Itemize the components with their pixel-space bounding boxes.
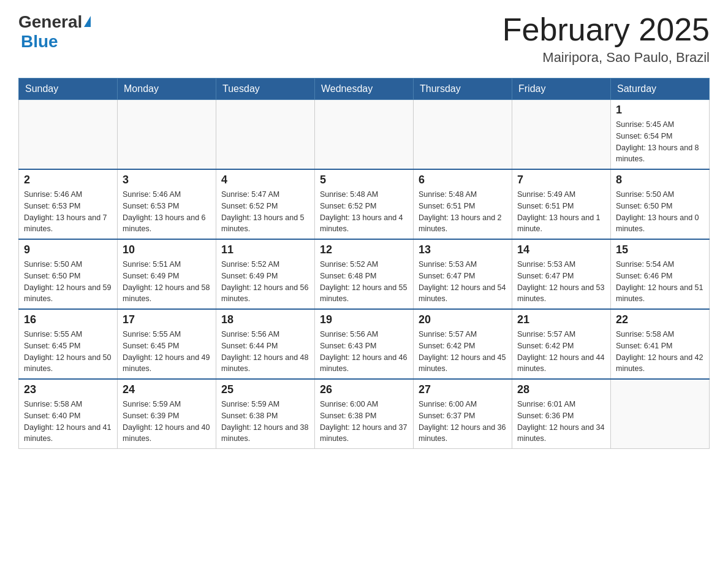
calendar-cell: 11Sunrise: 5:52 AMSunset: 6:49 PMDayligh… — [216, 239, 315, 309]
day-number: 16 — [24, 313, 112, 326]
day-number: 17 — [123, 313, 211, 326]
day-of-week-header: Thursday — [414, 79, 512, 100]
day-of-week-header: Saturday — [611, 79, 710, 100]
day-info: Sunrise: 5:58 AMSunset: 6:41 PMDaylight:… — [616, 329, 704, 375]
day-number: 5 — [320, 174, 408, 186]
calendar-cell: 15Sunrise: 5:54 AMSunset: 6:46 PMDayligh… — [611, 239, 710, 309]
day-info: Sunrise: 5:56 AMSunset: 6:44 PMDaylight:… — [221, 329, 309, 375]
day-info: Sunrise: 5:50 AMSunset: 6:50 PMDaylight:… — [24, 259, 112, 305]
page-header: General Blue February 2025 Mairipora, Sa… — [18, 12, 710, 66]
logo-blue-text: Blue — [21, 32, 58, 52]
day-number: 18 — [221, 313, 309, 326]
day-number: 20 — [419, 313, 507, 326]
day-number: 14 — [517, 243, 605, 256]
day-info: Sunrise: 5:51 AMSunset: 6:49 PMDaylight:… — [123, 259, 211, 305]
calendar-cell: 9Sunrise: 5:50 AMSunset: 6:50 PMDaylight… — [19, 239, 118, 309]
day-info: Sunrise: 5:59 AMSunset: 6:38 PMDaylight:… — [221, 399, 309, 445]
calendar-week-row: 1Sunrise: 5:45 AMSunset: 6:54 PMDaylight… — [19, 100, 710, 170]
month-title: February 2025 — [502, 12, 710, 47]
calendar-cell — [512, 100, 611, 170]
day-number: 11 — [221, 243, 309, 256]
day-info: Sunrise: 5:46 AMSunset: 6:53 PMDaylight:… — [24, 189, 112, 235]
day-info: Sunrise: 5:49 AMSunset: 6:51 PMDaylight:… — [517, 189, 605, 235]
calendar-cell: 24Sunrise: 5:59 AMSunset: 6:39 PMDayligh… — [118, 379, 216, 449]
day-of-week-header: Friday — [512, 79, 611, 100]
calendar-cell: 13Sunrise: 5:53 AMSunset: 6:47 PMDayligh… — [414, 239, 512, 309]
calendar-week-row: 23Sunrise: 5:58 AMSunset: 6:40 PMDayligh… — [19, 379, 710, 449]
day-number: 15 — [616, 243, 704, 256]
day-info: Sunrise: 5:57 AMSunset: 6:42 PMDaylight:… — [419, 329, 507, 375]
calendar-cell: 19Sunrise: 5:56 AMSunset: 6:43 PMDayligh… — [315, 309, 414, 379]
day-info: Sunrise: 5:53 AMSunset: 6:47 PMDaylight:… — [517, 259, 605, 305]
calendar-cell: 14Sunrise: 5:53 AMSunset: 6:47 PMDayligh… — [512, 239, 611, 309]
day-info: Sunrise: 5:56 AMSunset: 6:43 PMDaylight:… — [320, 329, 408, 375]
day-number: 12 — [320, 243, 408, 256]
day-number: 27 — [419, 383, 507, 396]
calendar-cell: 6Sunrise: 5:48 AMSunset: 6:51 PMDaylight… — [414, 169, 512, 239]
calendar-cell: 4Sunrise: 5:47 AMSunset: 6:52 PMDaylight… — [216, 169, 315, 239]
calendar-week-row: 9Sunrise: 5:50 AMSunset: 6:50 PMDaylight… — [19, 239, 710, 309]
logo-general-text: General — [18, 12, 82, 32]
calendar-cell: 25Sunrise: 5:59 AMSunset: 6:38 PMDayligh… — [216, 379, 315, 449]
calendar-cell: 22Sunrise: 5:58 AMSunset: 6:41 PMDayligh… — [611, 309, 710, 379]
day-of-week-header: Tuesday — [216, 79, 315, 100]
day-number: 3 — [123, 174, 211, 186]
day-info: Sunrise: 5:47 AMSunset: 6:52 PMDaylight:… — [221, 189, 309, 235]
calendar-cell: 26Sunrise: 6:00 AMSunset: 6:38 PMDayligh… — [315, 379, 414, 449]
day-number: 28 — [517, 383, 605, 396]
day-info: Sunrise: 5:55 AMSunset: 6:45 PMDaylight:… — [24, 329, 112, 375]
calendar-cell: 23Sunrise: 5:58 AMSunset: 6:40 PMDayligh… — [19, 379, 118, 449]
day-number: 21 — [517, 313, 605, 326]
day-info: Sunrise: 5:58 AMSunset: 6:40 PMDaylight:… — [24, 399, 112, 445]
calendar-cell: 7Sunrise: 5:49 AMSunset: 6:51 PMDaylight… — [512, 169, 611, 239]
calendar-cell — [414, 100, 512, 170]
calendar-cell: 8Sunrise: 5:50 AMSunset: 6:50 PMDaylight… — [611, 169, 710, 239]
day-info: Sunrise: 5:59 AMSunset: 6:39 PMDaylight:… — [123, 399, 211, 445]
day-number: 19 — [320, 313, 408, 326]
calendar-cell — [315, 100, 414, 170]
day-info: Sunrise: 5:48 AMSunset: 6:51 PMDaylight:… — [419, 189, 507, 235]
calendar-cell — [611, 379, 710, 449]
location-subtitle: Mairipora, Sao Paulo, Brazil — [502, 50, 710, 66]
calendar-cell: 2Sunrise: 5:46 AMSunset: 6:53 PMDaylight… — [19, 169, 118, 239]
day-number: 6 — [419, 174, 507, 186]
day-number: 10 — [123, 243, 211, 256]
day-number: 8 — [616, 174, 704, 186]
calendar-cell: 1Sunrise: 5:45 AMSunset: 6:54 PMDaylight… — [611, 100, 710, 170]
triangle-icon — [84, 16, 91, 27]
calendar-cell: 10Sunrise: 5:51 AMSunset: 6:49 PMDayligh… — [118, 239, 216, 309]
day-info: Sunrise: 6:01 AMSunset: 6:36 PMDaylight:… — [517, 399, 605, 445]
calendar-cell: 16Sunrise: 5:55 AMSunset: 6:45 PMDayligh… — [19, 309, 118, 379]
day-info: Sunrise: 5:46 AMSunset: 6:53 PMDaylight:… — [123, 189, 211, 235]
calendar-cell — [216, 100, 315, 170]
day-info: Sunrise: 5:55 AMSunset: 6:45 PMDaylight:… — [123, 329, 211, 375]
day-info: Sunrise: 5:52 AMSunset: 6:48 PMDaylight:… — [320, 259, 408, 305]
day-info: Sunrise: 5:48 AMSunset: 6:52 PMDaylight:… — [320, 189, 408, 235]
day-of-week-header: Wednesday — [315, 79, 414, 100]
calendar-week-row: 16Sunrise: 5:55 AMSunset: 6:45 PMDayligh… — [19, 309, 710, 379]
day-number: 24 — [123, 383, 211, 396]
day-of-week-header: Monday — [118, 79, 216, 100]
calendar-week-row: 2Sunrise: 5:46 AMSunset: 6:53 PMDaylight… — [19, 169, 710, 239]
day-info: Sunrise: 6:00 AMSunset: 6:38 PMDaylight:… — [320, 399, 408, 445]
logo: General Blue — [18, 12, 91, 52]
day-number: 7 — [517, 174, 605, 186]
day-of-week-header: Sunday — [19, 79, 118, 100]
calendar-cell — [118, 100, 216, 170]
day-number: 25 — [221, 383, 309, 396]
calendar-cell: 20Sunrise: 5:57 AMSunset: 6:42 PMDayligh… — [414, 309, 512, 379]
calendar-cell: 12Sunrise: 5:52 AMSunset: 6:48 PMDayligh… — [315, 239, 414, 309]
day-number: 2 — [24, 174, 112, 186]
day-info: Sunrise: 5:53 AMSunset: 6:47 PMDaylight:… — [419, 259, 507, 305]
day-number: 13 — [419, 243, 507, 256]
calendar-cell — [19, 100, 118, 170]
day-number: 1 — [616, 104, 704, 117]
day-number: 26 — [320, 383, 408, 396]
day-info: Sunrise: 5:45 AMSunset: 6:54 PMDaylight:… — [616, 119, 704, 165]
day-number: 9 — [24, 243, 112, 256]
calendar-cell: 18Sunrise: 5:56 AMSunset: 6:44 PMDayligh… — [216, 309, 315, 379]
calendar-cell: 27Sunrise: 6:00 AMSunset: 6:37 PMDayligh… — [414, 379, 512, 449]
day-info: Sunrise: 5:57 AMSunset: 6:42 PMDaylight:… — [517, 329, 605, 375]
day-info: Sunrise: 6:00 AMSunset: 6:37 PMDaylight:… — [419, 399, 507, 445]
calendar-cell: 21Sunrise: 5:57 AMSunset: 6:42 PMDayligh… — [512, 309, 611, 379]
